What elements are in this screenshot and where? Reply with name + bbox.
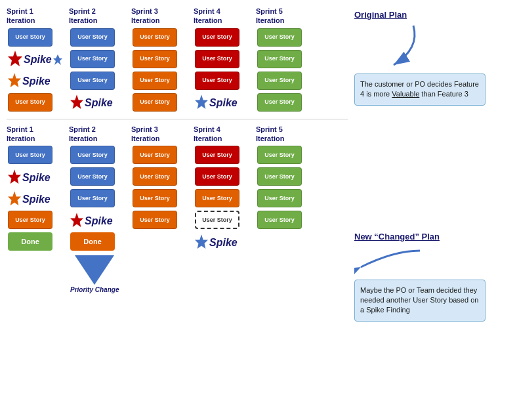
spike-star-red <box>70 94 83 112</box>
us-card: User Story <box>257 146 302 164</box>
new-r3c4: User Story <box>194 189 256 209</box>
orig-r2c4: User Story <box>194 50 256 70</box>
new-r2c4: User Story <box>194 167 256 188</box>
original-plan-label: Original Plan <box>354 10 510 20</box>
new-headers: Sprint 1Iteration Sprint 2Iteration Spri… <box>7 125 348 144</box>
explanation-text-2: Maybe the PO or Team decided they needed… <box>360 286 478 314</box>
us-card: User Story <box>195 189 239 207</box>
spike-arrows-left <box>8 51 22 69</box>
spike-label-orig-r2: Spike <box>24 54 52 66</box>
spike-arrow-right <box>53 54 62 65</box>
orig-r3c5: User Story <box>256 72 318 92</box>
svg-marker-4 <box>195 94 208 109</box>
svg-marker-3 <box>70 94 83 109</box>
right-bottom-section: New “Changed” Plan Maybe the PO or Team … <box>354 232 510 414</box>
orig-r3c1: Spike <box>7 72 69 92</box>
left-panel: Sprint 1Iteration Sprint 2Iteration Spri… <box>7 7 348 413</box>
orig-r3c2: User Story <box>69 72 131 92</box>
sprint1-header-new: Sprint 1Iteration <box>7 125 69 144</box>
new-r2c3: User Story <box>131 167 194 188</box>
orig-row1: User Story User Story User Story User St… <box>7 28 348 49</box>
new-plan-label: New “Changed” Plan <box>354 232 510 242</box>
us-card: User Story <box>133 93 177 112</box>
right-panel: Original Plan The customer or PO decides… <box>348 7 510 413</box>
priority-change-label: Priority Change <box>70 286 119 293</box>
new-row1: User Story User Story User Story User St… <box>7 146 348 166</box>
orig-r3c3: User Story <box>131 72 194 92</box>
curved-arrow-container <box>361 22 510 71</box>
us-card: User Story <box>8 28 52 47</box>
spike-label-new-r3: Spike <box>22 194 51 205</box>
new-r5c2: Done <box>69 232 131 253</box>
svg-marker-8 <box>195 234 208 249</box>
svg-marker-1 <box>53 54 62 65</box>
sprint3-header-orig: Sprint 3Iteration <box>131 7 194 26</box>
us-card: User Story <box>70 50 115 68</box>
new-r3c3: User Story <box>131 189 194 209</box>
svg-marker-0 <box>8 51 22 66</box>
sprint2-header-orig: Sprint 2Iteration <box>69 7 131 26</box>
us-card: User Story <box>133 189 177 207</box>
orig-r2c2: User Story <box>69 50 131 70</box>
svg-marker-2 <box>8 73 21 87</box>
new-r4c3: User Story <box>131 211 194 231</box>
us-card: User Story <box>257 50 302 68</box>
orig-r2c1: Spike <box>7 50 69 70</box>
svg-marker-7 <box>70 213 83 227</box>
new-r4c2: Spike <box>69 211 131 231</box>
sprint1-header-orig: Sprint 1Iteration <box>7 7 69 26</box>
new-r2c5: User Story <box>256 167 318 188</box>
sprint4-header-orig: Sprint 4Iteration <box>194 7 256 26</box>
right-top-section: Original Plan The customer or PO decides… <box>354 10 510 192</box>
spike-label-new-r4: Spike <box>85 215 113 227</box>
us-card: User Story <box>70 167 115 186</box>
main-container: Sprint 1Iteration Sprint 2Iteration Spri… <box>0 0 517 420</box>
spike-star-bottom <box>195 234 208 251</box>
us-card: User Story <box>257 167 302 186</box>
new-r5c1: Done <box>7 232 69 253</box>
original-headers: Sprint 1Iteration Sprint 2Iteration Spri… <box>7 7 348 26</box>
priority-empty2 <box>131 254 194 293</box>
orig-r1c3: User Story <box>131 28 194 49</box>
priority-empty1 <box>7 254 69 293</box>
done-badge-green: Done <box>8 232 52 251</box>
orig-r1c1: User Story <box>7 28 69 49</box>
left-arrow-svg <box>354 244 426 277</box>
new-r4c4: User Story <box>194 211 256 231</box>
us-card: User Story <box>195 28 239 47</box>
sprint4-header-new: Sprint 4Iteration <box>194 125 256 144</box>
new-row5: Done Done Spike <box>7 232 348 253</box>
priority-triangle-icon <box>75 255 114 285</box>
orig-r4c4: Spike <box>194 93 256 114</box>
new-r1c4: User Story <box>194 146 256 166</box>
spike-label-new-r2: Spike <box>22 172 51 184</box>
sprint2-header-new: Sprint 2Iteration <box>69 125 131 144</box>
spike-star-new4 <box>70 213 83 230</box>
done-badge-orange: Done <box>70 232 115 251</box>
new-r3c2: User Story <box>69 189 131 209</box>
orig-r3c4: User Story <box>194 72 256 92</box>
sprint3-header-new: Sprint 3Iteration <box>131 125 194 144</box>
new-r3c1: Spike <box>7 189 69 209</box>
spike-label-orig-r4: Spike <box>85 97 113 109</box>
sprint5-header-new: Sprint 5Iteration <box>256 125 318 144</box>
us-card: User Story <box>70 146 115 164</box>
spike-star-blue2 <box>195 94 208 112</box>
us-card-orange: User Story <box>8 93 52 112</box>
curved-arrow-svg <box>361 22 426 68</box>
orig-r4c2: Spike <box>69 93 131 114</box>
us-card: User Story <box>195 72 239 90</box>
spike-star-orange <box>8 73 21 90</box>
orig-r1c2: User Story <box>69 28 131 49</box>
orig-row3: Spike User Story User Story User Story U… <box>7 72 348 92</box>
us-card: User Story <box>195 50 239 68</box>
new-row4: User Story Spike User Story User Story U… <box>7 211 348 231</box>
new-r1c2: User Story <box>69 146 131 166</box>
priority-empty4 <box>256 254 318 293</box>
sprint5-header-orig: Sprint 5Iteration <box>256 7 318 26</box>
us-card: User Story <box>133 211 177 229</box>
new-r4c1: User Story <box>7 211 69 231</box>
spike-label-orig-r4b: Spike <box>209 97 238 109</box>
us-card: User Story <box>257 72 302 90</box>
spike-label-orig-r3: Spike <box>22 75 51 87</box>
